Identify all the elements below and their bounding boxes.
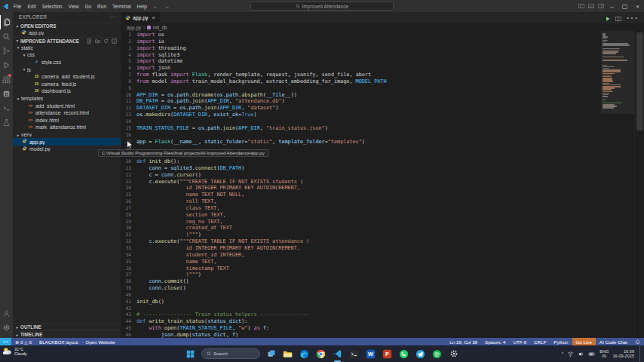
code-editor[interactable]: 1import os2import io3import threading4im… — [121, 31, 601, 338]
status-utf-8[interactable]: UTF-8 — [510, 339, 531, 345]
notifications-bell-icon[interactable] — [631, 339, 644, 345]
run-python-file-icon[interactable] — [605, 11, 611, 25]
menu-selection[interactable]: Selection — [39, 4, 66, 9]
wifi-icon[interactable] — [567, 351, 574, 357]
more-actions-icon[interactable]: ··· — [111, 14, 117, 20]
tree-item-camera_feed-js[interactable]: JScamera_feed.js — [13, 81, 121, 88]
blackbox-icon[interactable]: B — [0, 87, 13, 101]
status-ln-18-col-38[interactable]: Ln 18, Col 38 — [446, 339, 481, 345]
taskbar-search[interactable]: Search — [201, 348, 260, 359]
menu-run[interactable]: Run — [94, 4, 109, 9]
section-timeline[interactable]: ▸TIMELINE — [13, 330, 121, 338]
testing-icon[interactable] — [0, 115, 13, 130]
split-editor-icon[interactable] — [615, 11, 621, 25]
status-spaces-4[interactable]: Spaces: 4 — [481, 339, 510, 345]
extensions-icon[interactable] — [0, 72, 13, 87]
menu-go[interactable]: Go — [81, 4, 94, 9]
telegram-icon[interactable] — [415, 348, 426, 360]
source-control-icon[interactable] — [0, 44, 13, 58]
command-center[interactable]: Improved Attendance — [250, 2, 394, 11]
tab-app-py[interactable]: app.py × — [121, 12, 161, 23]
explorer-icon[interactable] — [0, 15, 13, 29]
refresh-icon[interactable] — [103, 38, 109, 44]
tree-item-add_student-html[interactable]: <>add_student.html — [13, 102, 121, 109]
status--0-0[interactable]: ⊗ 0 △ 0 — [11, 339, 35, 345]
chrome-icon[interactable] — [315, 348, 327, 360]
customize-layout-icon[interactable] — [596, 3, 606, 10]
more-actions-icon[interactable]: ··· — [626, 11, 638, 25]
project-section[interactable]: ▾ IMPROVED ATTENDANCE — [13, 37, 121, 44]
menu-terminal[interactable]: Terminal — [109, 4, 134, 9]
tree-item-camera_add_student-js[interactable]: JScamera_add_student.js — [13, 73, 121, 81]
scrollbar-thumb[interactable] — [636, 32, 643, 130]
language-indicator[interactable]: ENG IN — [600, 349, 609, 358]
collapse-all-icon[interactable] — [111, 38, 117, 44]
run-debug-icon[interactable] — [0, 58, 13, 72]
start-button[interactable] — [185, 348, 196, 360]
menu-view[interactable]: View — [65, 4, 81, 9]
toggle-panel-icon[interactable] — [586, 3, 596, 10]
tree-item-venv[interactable]: ▸venv — [13, 131, 121, 139]
settings-icon[interactable] — [0, 321, 13, 335]
breadcrumb-item-init_db[interactable]: init_db — [153, 25, 167, 30]
menu-file[interactable]: File — [11, 4, 24, 9]
nav-forward-icon[interactable]: → — [161, 4, 173, 9]
whatsapp-icon[interactable] — [398, 348, 409, 360]
tree-item-mark_attendance-html[interactable]: <>mark_attendance.html — [13, 124, 121, 131]
new-file-icon[interactable] — [86, 38, 92, 44]
tree-item-templates[interactable]: ▾templates — [13, 95, 121, 103]
toggle-sidebar-icon[interactable] — [576, 3, 586, 10]
status-go-live[interactable]: Go Live — [572, 338, 596, 345]
new-folder-icon[interactable] — [94, 38, 100, 44]
status-ai-code-chat[interactable]: AI Code Chat — [596, 339, 631, 345]
tab-close-icon[interactable]: × — [150, 15, 155, 20]
menu-help[interactable]: Help — [134, 4, 150, 9]
open-editor-item-app-py[interactable]: app.py — [13, 29, 121, 37]
search-icon[interactable] — [0, 29, 13, 44]
weather-widget[interactable]: 31°C Cloudy — [2, 346, 27, 356]
editor-scrollbar[interactable] — [634, 31, 644, 338]
minimize-button[interactable]: – — [606, 0, 618, 12]
volume-icon[interactable] — [578, 351, 584, 357]
tree-item-js[interactable]: ▾js — [13, 66, 121, 73]
settings-icon[interactable] — [448, 348, 459, 360]
battery-icon[interactable] — [588, 351, 596, 357]
status-blackbox-layout[interactable]: BLACKBOX layout — [35, 339, 82, 345]
edge-icon[interactable] — [299, 348, 310, 360]
account-icon[interactable] — [0, 306, 13, 321]
remote-indicator[interactable]: >< — [0, 338, 11, 345]
breadcrumb[interactable]: app.py›init_db — [121, 23, 644, 31]
powerpoint-icon[interactable]: P — [382, 348, 393, 360]
word-icon[interactable]: W — [365, 348, 376, 360]
show-desktop-button[interactable] — [639, 345, 642, 362]
status-python[interactable]: Python — [550, 339, 572, 345]
remote-icon[interactable] — [0, 101, 13, 115]
tree-item-style-css[interactable]: #style.css — [13, 59, 121, 66]
code-text: id INTEGER PRIMARY KEY AUTOINCREMENT, — [136, 245, 300, 252]
spotify-icon[interactable] — [431, 348, 443, 360]
task-view-icon[interactable] — [265, 348, 277, 360]
status-open-website[interactable]: Open Website — [82, 339, 119, 345]
tree-item-static[interactable]: ▾static — [13, 44, 121, 52]
maximize-button[interactable]: ▢ — [618, 0, 631, 12]
vscode-icon[interactable] — [332, 348, 343, 360]
code-line: 6import json — [121, 65, 601, 72]
menu-edit[interactable]: Edit — [24, 4, 38, 9]
clock[interactable]: 16:09 16-09-2025 — [612, 349, 634, 359]
close-button[interactable]: × — [631, 0, 644, 12]
tree-item-css[interactable]: ▾css — [13, 51, 121, 59]
minimap[interactable] — [601, 31, 634, 338]
terminal-icon[interactable] — [348, 348, 360, 360]
section-outline[interactable]: ▸OUTLINE — [13, 323, 121, 330]
open-editors-section[interactable]: ▾ OPEN EDITORS — [13, 22, 121, 29]
nav-back-icon[interactable]: ← — [150, 4, 161, 9]
code-text: conn.close() — [136, 285, 186, 292]
tray-chevron-icon[interactable]: ^ — [562, 351, 564, 356]
tree-item-app-py[interactable]: app.py — [13, 138, 121, 146]
status-crlf[interactable]: CRLF — [530, 339, 550, 345]
tree-item-index-html[interactable]: <>index.html — [13, 117, 121, 124]
tree-item-dashboard-js[interactable]: JSdashboard.js — [13, 87, 121, 95]
tree-item-attendance_record-html[interactable]: <>attendance_record.html — [13, 109, 121, 117]
breadcrumb-item-app-py[interactable]: app.py — [127, 25, 141, 30]
file-explorer-icon[interactable] — [282, 348, 293, 360]
